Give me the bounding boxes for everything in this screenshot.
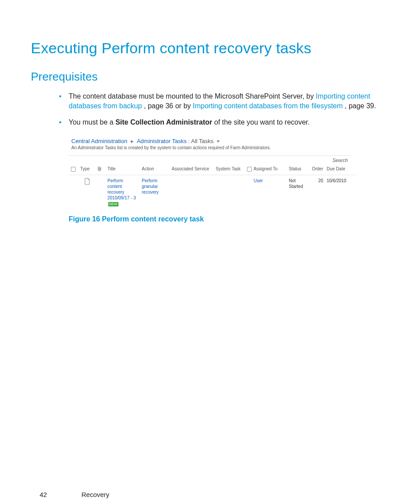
prerequisites-list: The content database must be mounted to …	[31, 92, 389, 127]
breadcrumb-view: All Tasks	[191, 138, 214, 144]
cell-action[interactable]: Perform granular recovery	[140, 175, 170, 210]
text: The content database must be mounted to …	[69, 92, 316, 100]
text: You must be a	[69, 118, 115, 126]
header-action[interactable]: Action	[140, 164, 170, 175]
assigned-user-link[interactable]: User	[254, 178, 263, 183]
list-description: An Administrator Tasks list is created b…	[69, 145, 350, 153]
link-import-filesystem[interactable]: Importing content databases from the fil…	[193, 102, 343, 110]
select-all-checkbox[interactable]	[71, 167, 76, 172]
tasks-table: Type Title Action Associated Service Sys…	[69, 164, 356, 209]
breadcrumb: Central Administration ▸ Administrator T…	[69, 136, 350, 145]
table-header-row: Type Title Action Associated Service Sys…	[69, 164, 356, 175]
cell-status: Not Started	[287, 175, 308, 210]
header-associated-service[interactable]: Associated Service	[170, 164, 214, 175]
task-title-link[interactable]: Perform content recovery 2010/09/17 - 3	[107, 178, 136, 200]
text: , page 39.	[345, 102, 376, 110]
attachment-icon	[98, 166, 104, 172]
bold-text: Site Collection Administrator	[115, 118, 212, 126]
figure-16: Central Administration ▸ Administrator T…	[69, 136, 389, 223]
header-order[interactable]: Order	[308, 164, 325, 175]
svg-marker-0	[217, 140, 220, 143]
cell-type	[78, 175, 96, 210]
page-number: 42	[40, 491, 47, 498]
sharepoint-screenshot: Central Administration ▸ Administrator T…	[69, 136, 350, 209]
header-due-date[interactable]: Due Date	[325, 164, 356, 175]
header-type[interactable]: Type	[78, 164, 96, 175]
cell-title[interactable]: Perform content recovery 2010/09/17 - 3 …	[106, 175, 140, 210]
heading-2-prerequisites: Prerequisites	[31, 70, 389, 84]
search-label[interactable]: Search	[69, 156, 350, 164]
table-row[interactable]: Perform content recovery 2010/09/17 - 3 …	[69, 175, 356, 210]
header-title[interactable]: Title	[106, 164, 140, 175]
text: , page 36 or by	[144, 102, 193, 110]
view-dropdown-icon[interactable]	[216, 140, 220, 143]
header-assigned-to[interactable]: Assigned To	[252, 164, 287, 175]
document-icon	[84, 178, 90, 185]
cell-associated-service	[170, 175, 214, 210]
heading-1: Executing Perform content recovery tasks	[31, 40, 389, 57]
cell-assigned-to[interactable]: User	[252, 175, 287, 210]
action-link[interactable]: Perform granular recovery	[142, 178, 158, 195]
header-system-task[interactable]: System Task	[214, 164, 245, 175]
header-status[interactable]: Status	[287, 164, 308, 175]
cell-system-task	[214, 175, 245, 210]
breadcrumb-list[interactable]: Administrator Tasks	[137, 138, 187, 144]
section-name: Recovery	[81, 491, 109, 498]
new-badge: NEW	[108, 202, 118, 206]
divider	[69, 153, 350, 156]
header-checkbox[interactable]	[69, 164, 78, 175]
header-assigned-checkbox[interactable]	[245, 164, 252, 175]
breadcrumb-separator-icon: ▸	[131, 138, 134, 144]
document-page: Executing Perform content recovery tasks…	[0, 0, 420, 504]
assigned-filter-checkbox[interactable]	[247, 167, 252, 172]
breadcrumb-root[interactable]: Central Administration	[71, 138, 127, 144]
list-item: The content database must be mounted to …	[69, 92, 389, 111]
header-attachment[interactable]	[96, 164, 106, 175]
list-item: You must be a Site Collection Administra…	[69, 118, 389, 127]
text: of the site you want to recover.	[214, 118, 309, 126]
figure-caption: Figure 16 Perform content recovery task	[69, 215, 389, 223]
cell-due-date: 10/6/2010	[325, 175, 356, 210]
cell-order: 20	[308, 175, 325, 210]
